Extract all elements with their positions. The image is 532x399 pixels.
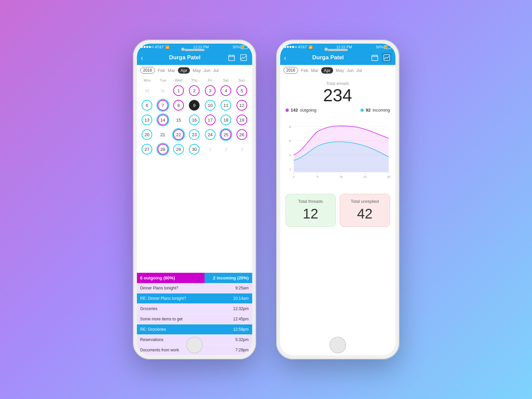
battery-percent-2: 50%	[376, 45, 383, 49]
cal-day-33[interactable]: 2	[219, 142, 234, 156]
month-jun-1[interactable]: Jun	[204, 68, 211, 73]
cal-day-22[interactable]: 21	[155, 128, 170, 142]
year-badge-1[interactable]: 2016	[140, 67, 155, 74]
month-feb-2[interactable]: Feb	[301, 68, 308, 73]
email-subject-6: Documents from work	[140, 348, 179, 352]
outgoing-tab[interactable]: 6 outgoing (80%)	[137, 273, 205, 283]
cal-day-4[interactable]: 3	[203, 84, 218, 98]
year-badge-2[interactable]: 2016	[283, 67, 298, 74]
battery-fill	[241, 46, 244, 48]
cal-day-5[interactable]: 4	[219, 84, 234, 98]
cal-day-1[interactable]: 31	[155, 84, 170, 98]
month-strip-1: 2016 Feb Mar Apr May Jun Jul	[137, 65, 252, 76]
cal-day-9[interactable]: 8	[171, 98, 186, 112]
signal-dot-5	[152, 46, 154, 48]
svg-text:8: 8	[289, 125, 291, 129]
cal-day-34[interactable]: 3	[234, 142, 249, 156]
cal-day-10[interactable]: 9	[187, 98, 202, 112]
email-time-0: 9:25am	[235, 286, 249, 290]
calendar-grid-1: Mon Tue Wed Thu Fri Sat Sun 303112345678…	[137, 76, 252, 273]
phone-2-speaker	[328, 49, 348, 51]
legend: 142 outgoing 92 incoming	[280, 108, 395, 113]
cal-day-0[interactable]: 30	[140, 84, 155, 98]
month-jul-1[interactable]: Jul	[213, 68, 219, 73]
home-button-1[interactable]	[186, 337, 203, 353]
email-tabs-1: 6 outgoing (80%) 2 incoming (20%)	[137, 273, 252, 283]
month-may-2[interactable]: May	[336, 68, 344, 73]
email-subject-0: Dinner Plans tonight?	[140, 286, 179, 290]
cal-day-12[interactable]: 11	[219, 98, 234, 112]
battery-percent: 50%	[233, 45, 240, 49]
incoming-tab[interactable]: 2 incoming (20%)	[205, 273, 252, 283]
back-button-1[interactable]: ‹	[141, 54, 143, 62]
cal-header-sat: Sat	[218, 78, 234, 82]
cal-day-7[interactable]: 6	[140, 98, 155, 112]
chart-icon[interactable]	[239, 53, 248, 62]
cal-day-24[interactable]: 23	[187, 128, 202, 142]
cal-day-28[interactable]: 27	[140, 142, 155, 156]
email-item-4[interactable]: RE: Grocieries12:58pm	[137, 324, 252, 335]
cal-day-11[interactable]: 10	[203, 98, 218, 112]
month-apr-1[interactable]: Apr	[178, 67, 190, 74]
svg-text:16: 16	[339, 176, 343, 179]
svg-text:2: 2	[289, 168, 291, 171]
month-mar-1[interactable]: Mar	[168, 68, 175, 73]
wifi-icon-2: 📶	[308, 45, 312, 49]
cal-day-2[interactable]: 1	[171, 84, 186, 98]
cal-header-1: Mon Tue Wed Thu Fri Sat Sun	[140, 77, 250, 84]
month-strip-2: 2016 Feb Mar Apr May Jun Jul	[280, 65, 395, 76]
cal-day-18[interactable]: 17	[203, 113, 218, 127]
month-may-1[interactable]: May	[193, 68, 201, 73]
calendar-icon[interactable]	[227, 53, 236, 62]
email-time-5: 5:32pm	[235, 337, 249, 342]
home-button-2[interactable]	[329, 337, 346, 353]
email-item-1[interactable]: RE: Dinner Plans tonight?10:14am	[137, 293, 252, 304]
email-subject-4: RE: Grocieries	[140, 327, 166, 332]
cal-day-3[interactable]: 2	[187, 84, 202, 98]
month-jul-2[interactable]: Jul	[356, 68, 362, 73]
s2-dot-4	[292, 46, 294, 48]
cal-day-16[interactable]: 15	[171, 113, 186, 127]
cal-day-15[interactable]: 14	[155, 113, 170, 127]
cal-day-17[interactable]: 16	[187, 113, 202, 127]
nav-icons-1	[227, 53, 248, 62]
cal-day-25[interactable]: 24	[203, 128, 218, 142]
email-time-6: 7:29pm	[235, 348, 249, 352]
month-feb-1[interactable]: Feb	[158, 68, 165, 73]
cal-day-32[interactable]: 1	[203, 142, 218, 156]
cal-day-8[interactable]: 7	[155, 98, 170, 112]
s2-dot-2	[287, 46, 289, 48]
total-emails-num: 234	[283, 86, 392, 105]
email-item-0[interactable]: Dinner Plans tonight?9:25am	[137, 283, 252, 293]
chart-icon-2[interactable]	[382, 53, 391, 62]
cal-day-31[interactable]: 30	[187, 142, 202, 156]
nav-bar-1: ‹ Durga Patel	[137, 50, 252, 65]
svg-text:2: 2	[293, 176, 294, 179]
cal-day-6[interactable]: 5	[234, 84, 249, 98]
signal-dot-4	[149, 46, 151, 48]
cal-day-20[interactable]: 19	[234, 113, 249, 127]
cal-day-19[interactable]: 18	[219, 113, 234, 127]
cal-day-30[interactable]: 29	[171, 142, 186, 156]
battery-icon	[241, 45, 248, 49]
svg-rect-0	[229, 55, 235, 61]
time-label-2: 12:22 PM	[336, 45, 352, 49]
cal-day-23[interactable]: 22	[171, 128, 186, 142]
cal-day-21[interactable]: 20	[140, 128, 155, 142]
s2-dot-3	[289, 46, 291, 48]
cal-day-13[interactable]: 12	[234, 98, 249, 112]
cal-day-14[interactable]: 13	[140, 113, 155, 127]
month-mar-2[interactable]: Mar	[311, 68, 318, 73]
cal-day-26[interactable]: 25	[219, 128, 234, 142]
calendar-icon-2[interactable]	[370, 53, 379, 62]
email-subject-5: Reservations	[140, 337, 164, 342]
email-item-2[interactable]: Groceries12:32pm	[137, 304, 252, 314]
threads-num: 12	[290, 206, 331, 222]
email-item-3[interactable]: Some more items to get12:45pm	[137, 314, 252, 324]
back-button-2[interactable]: ‹	[284, 54, 286, 62]
month-jun-2[interactable]: Jun	[347, 68, 354, 73]
month-apr-2[interactable]: Apr	[321, 67, 333, 74]
cal-day-27[interactable]: 26	[234, 128, 249, 142]
cal-day-29[interactable]: 28	[155, 142, 170, 156]
email-subject-2: Groceries	[140, 306, 158, 311]
